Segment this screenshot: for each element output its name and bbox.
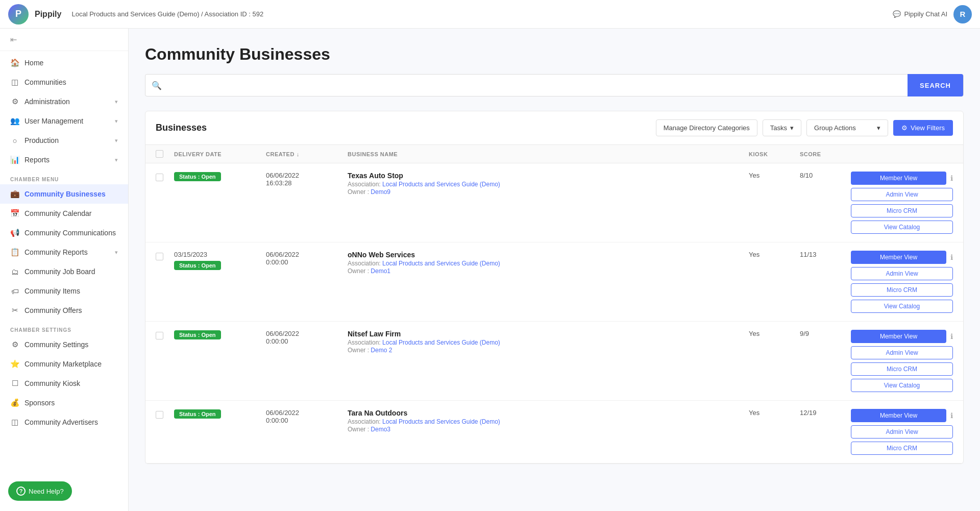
view-filters-button[interactable]: ⚙ View Filters <box>893 120 953 136</box>
sidebar: ⇤ 🏠 Home ◫ Communities ⚙ Administration … <box>0 29 129 511</box>
created-cell: 06/06/2022 0:00:00 <box>266 251 348 266</box>
sidebar-item-community-settings[interactable]: ⚙ Community Settings <box>0 335 128 354</box>
member-view-button[interactable]: Member View <box>851 172 946 185</box>
score-cell: 8/10 <box>800 172 851 179</box>
sidebar-item-communities[interactable]: ◫ Communities <box>0 72 128 92</box>
businesses-section-title: Businesses <box>156 123 651 133</box>
row-checkbox[interactable] <box>156 332 163 339</box>
community-communications-icon: 📢 <box>10 228 19 237</box>
avatar[interactable]: R <box>953 5 972 23</box>
app-name: Pippily <box>35 10 61 19</box>
search-input[interactable] <box>166 81 908 89</box>
row-checkbox[interactable] <box>156 411 163 419</box>
delivery-date-cell: Status : Open <box>174 172 266 181</box>
sidebar-item-community-advertisers[interactable]: ◫ Community Advertisers <box>0 412 128 432</box>
th-score: SCORE <box>800 151 851 157</box>
sidebar-item-home[interactable]: 🏠 Home <box>0 53 128 72</box>
group-actions-button[interactable]: Group Actions ▾ <box>806 119 888 136</box>
user-management-icon: 👥 <box>10 116 19 126</box>
status-badge: Status : Open <box>174 261 221 270</box>
home-icon: 🏠 <box>10 58 19 67</box>
info-icon[interactable]: ℹ <box>950 253 953 261</box>
community-kiosk-icon: ☐ <box>10 379 19 388</box>
sidebar-item-community-job-board[interactable]: 🗂 Community Job Board <box>0 262 128 281</box>
sidebar-item-administration[interactable]: ⚙ Administration ▾ <box>0 92 128 111</box>
kiosk-cell: Yes <box>749 251 800 258</box>
sidebar-item-community-marketplace[interactable]: ⭐ Community Marketplace <box>0 354 128 374</box>
delivery-date-cell: Status : Open <box>174 409 266 419</box>
topbar-right: 💬 Pippily Chat AI R <box>893 5 972 23</box>
member-view-button[interactable]: Member View <box>851 251 946 264</box>
administration-icon: ⚙ <box>10 97 19 106</box>
business-info-cell: Tara Na Outdoors Association: Local Prod… <box>348 409 749 433</box>
micro-crm-button[interactable]: Micro CRM <box>851 362 953 376</box>
sidebar-item-community-items[interactable]: 🏷 Community Items <box>0 281 128 301</box>
search-button[interactable]: SEARCH <box>908 74 963 96</box>
sidebar-item-reports[interactable]: 📊 Reports ▾ <box>0 150 128 169</box>
sidebar-item-production[interactable]: ○ Production ▾ <box>0 131 128 150</box>
search-icon: 🔍 <box>152 81 162 90</box>
topbar: P Pippily Local Products and Services Gu… <box>0 0 980 29</box>
actions-cell: Member View ℹ Admin View Micro CRM <box>851 409 953 455</box>
member-view-button[interactable]: Member View <box>851 330 946 343</box>
sidebar-item-community-kiosk[interactable]: ☐ Community Kiosk <box>0 374 128 393</box>
chat-icon: 💬 <box>893 10 901 18</box>
score-cell: 12/19 <box>800 409 851 417</box>
app-logo[interactable]: P <box>8 4 29 25</box>
businesses-header: Businesses Manage Directory Categories T… <box>145 111 963 145</box>
kiosk-cell: Yes <box>749 409 800 417</box>
actions-cell: Member View ℹ Admin View Micro CRM View … <box>851 251 953 313</box>
th-kiosk: KIOSK <box>749 151 800 157</box>
member-view-button[interactable]: Member View <box>851 409 946 422</box>
view-catalog-button[interactable]: View Catalog <box>851 221 953 234</box>
sidebar-item-community-businesses[interactable]: 💼 Community Businesses <box>0 184 128 204</box>
admin-view-button[interactable]: Admin View <box>851 425 953 439</box>
admin-view-button[interactable]: Admin View <box>851 188 953 201</box>
need-help-button[interactable]: ? Need Help? <box>8 481 72 501</box>
layout: ⇤ 🏠 Home ◫ Communities ⚙ Administration … <box>0 29 980 511</box>
view-catalog-button[interactable]: View Catalog <box>851 300 953 313</box>
sidebar-item-community-communications[interactable]: 📢 Community Communications <box>0 223 128 242</box>
view-catalog-button[interactable]: View Catalog <box>851 379 953 392</box>
row-checkbox[interactable] <box>156 253 163 260</box>
table-header: DELIVERY DATE CREATED ↓ BUSINESS NAME KI… <box>145 145 963 163</box>
tasks-button[interactable]: Tasks ▾ <box>763 119 801 136</box>
created-cell: 06/06/2022 16:03:28 <box>266 172 348 187</box>
delivery-date-cell: Status : Open <box>174 330 266 339</box>
manage-directory-categories-button[interactable]: Manage Directory Categories <box>656 119 757 136</box>
main-content: Community Businesses 🔍 SEARCH Businesses… <box>129 29 980 511</box>
admin-view-button[interactable]: Admin View <box>851 346 953 359</box>
sidebar-item-sponsors[interactable]: 💰 Sponsors <box>0 393 128 412</box>
sponsors-icon: 💰 <box>10 398 19 407</box>
chevron-down-icon: ▾ <box>877 124 880 132</box>
info-icon[interactable]: ℹ <box>950 174 953 182</box>
th-business-name: BUSINESS NAME <box>348 151 749 157</box>
chat-ai-button[interactable]: 💬 Pippily Chat AI <box>893 10 947 18</box>
filter-icon: ⚙ <box>901 124 908 132</box>
sidebar-item-user-management[interactable]: 👥 User Management ▾ <box>0 111 128 131</box>
community-calendar-icon: 📅 <box>10 209 19 218</box>
micro-crm-button[interactable]: Micro CRM <box>851 204 953 217</box>
row-checkbox[interactable] <box>156 174 163 181</box>
row-checkbox-cell <box>156 172 174 181</box>
admin-view-button[interactable]: Admin View <box>851 267 953 280</box>
reports-icon: 📊 <box>10 155 19 164</box>
micro-crm-button[interactable]: Micro CRM <box>851 283 953 297</box>
page-title: Community Businesses <box>145 45 964 64</box>
collapse-icon[interactable]: ⇤ <box>10 35 17 44</box>
th-created[interactable]: CREATED ↓ <box>266 151 348 157</box>
micro-crm-button[interactable]: Micro CRM <box>851 442 953 455</box>
kiosk-cell: Yes <box>749 172 800 179</box>
sidebar-item-community-offers[interactable]: ✂ Community Offers <box>0 301 128 320</box>
sidebar-item-community-reports[interactable]: 📋 Community Reports ▾ <box>0 242 128 262</box>
table-row: 03/15/2023 Status : Open 06/06/2022 0:00… <box>145 242 963 322</box>
select-all-checkbox[interactable] <box>156 150 163 158</box>
score-cell: 11/13 <box>800 251 851 258</box>
info-icon[interactable]: ℹ <box>950 411 953 420</box>
info-icon[interactable]: ℹ <box>950 332 953 340</box>
chevron-down-icon: ▾ <box>790 124 794 132</box>
breadcrumb: Local Products and Services Guide (Demo)… <box>71 10 887 18</box>
sidebar-item-community-calendar[interactable]: 📅 Community Calendar <box>0 204 128 223</box>
status-badge: Status : Open <box>174 172 221 181</box>
created-cell: 06/06/2022 0:00:00 <box>266 330 348 345</box>
